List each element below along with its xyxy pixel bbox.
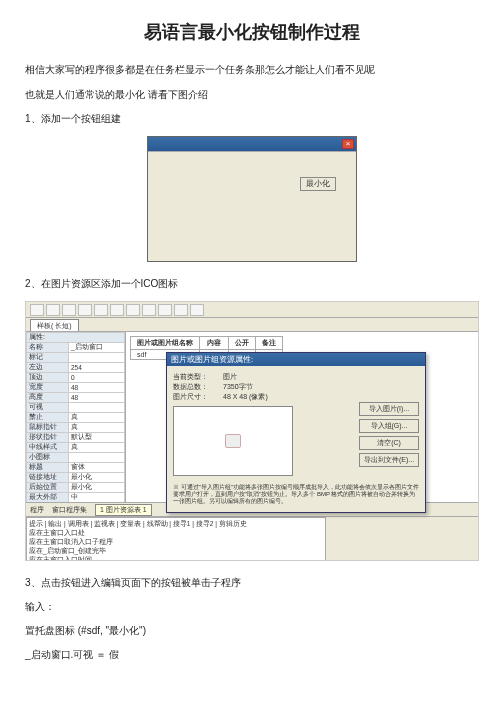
- prop-value[interactable]: 默认型: [69, 433, 125, 443]
- bottom-tab-active[interactable]: 1 图片资源表 1: [95, 504, 152, 516]
- ico-icon: [225, 434, 241, 448]
- prop-value[interactable]: _启动窗口: [69, 343, 125, 353]
- page-title: 易语言最小化按钮制作过程: [25, 20, 479, 44]
- prop-value[interactable]: 真: [69, 423, 125, 433]
- ide-tabs: 样板( 长短): [26, 318, 478, 332]
- prop-name: 最大外部: [27, 493, 69, 503]
- input-label: 输入：: [25, 600, 479, 614]
- toolbar-button[interactable]: [190, 304, 204, 316]
- label-count: 数据总数：: [173, 382, 223, 392]
- toolbar-button[interactable]: [46, 304, 60, 316]
- prop-value[interactable]: [69, 403, 125, 413]
- code-line-2: _启动窗口.可视 ＝ 假: [25, 648, 479, 662]
- output-line: 应在主窗口取消入口子程序: [29, 538, 323, 547]
- dialog-button[interactable]: 导入组(G)...: [359, 419, 419, 433]
- value-size: 48 X 48 (像素): [223, 392, 268, 402]
- step-2: 2、在图片资源区添加一个ICO图标: [25, 277, 479, 291]
- prop-value[interactable]: [69, 353, 125, 363]
- prop-value[interactable]: [69, 453, 125, 463]
- prop-value[interactable]: 最小化: [69, 483, 125, 493]
- ide-canvas: 图片或图片组名称内容公开备注sdf7350 图片或图片组资源属性: 当前类型： …: [126, 332, 478, 502]
- minimize-button[interactable]: 最小化: [300, 177, 336, 191]
- property-grid[interactable]: 属性:名称_启动窗口标记左边254顶边0宽度48高度48可视禁止真鼠标指针真形状…: [26, 332, 126, 502]
- prop-value[interactable]: 中: [69, 493, 125, 503]
- toolbar-button[interactable]: [62, 304, 76, 316]
- image-preview: [173, 406, 293, 476]
- bottom-tab[interactable]: 程序: [30, 505, 44, 515]
- res-col: 图片或图片组名称: [131, 337, 200, 350]
- toolbar-button[interactable]: [158, 304, 172, 316]
- res-col: 内容: [200, 337, 229, 350]
- prop-name: 后始位置: [27, 483, 69, 493]
- prop-value[interactable]: 254: [69, 363, 125, 373]
- output-line: 应在主窗口入口时间: [29, 556, 323, 561]
- output-panel: 提示 | 输出 | 调用表 | 监视表 | 变量表 | 线帮助 | 搜寻1 | …: [26, 517, 326, 561]
- step-1: 1、添加一个按钮组建: [25, 112, 479, 126]
- screenshot-ide: 样板( 长短) 属性:名称_启动窗口标记左边254顶边0宽度48高度48可视禁止…: [25, 301, 479, 561]
- output-header: 提示 | 输出 | 调用表 | 监视表 | 变量表 | 线帮助 | 搜寻1 | …: [29, 520, 323, 529]
- step-3: 3、点击按钮进入编辑页面下的按钮被单击子程序: [25, 576, 479, 590]
- dialog-note: ※ 可通过"导入图片组"功能将多张图片按编号顺序成批导入，此功能将会依次显示各图…: [173, 480, 419, 506]
- dialog-title: 图片或图片组资源属性:: [167, 353, 425, 366]
- prop-header: 属性:: [27, 333, 125, 343]
- prop-name: 顶边: [27, 373, 69, 383]
- prop-name: 标题: [27, 463, 69, 473]
- resource-dialog: 图片或图片组资源属性: 当前类型： 数据总数： 图片尺寸： 图片 7350字节 …: [166, 352, 426, 513]
- toolbar-button[interactable]: [126, 304, 140, 316]
- prop-name: 形状指针: [27, 433, 69, 443]
- prop-value[interactable]: 真: [69, 443, 125, 453]
- value-count: 7350字节: [223, 382, 268, 392]
- ide-toolbar: [26, 302, 478, 318]
- prop-name: 名称: [27, 343, 69, 353]
- prop-name: 鼠标指针: [27, 423, 69, 433]
- toolbar-button[interactable]: [30, 304, 44, 316]
- toolbar-button[interactable]: [94, 304, 108, 316]
- bottom-tab[interactable]: 窗口程序集: [52, 505, 87, 515]
- label-size: 图片尺寸：: [173, 392, 223, 402]
- close-icon[interactable]: ×: [342, 139, 354, 149]
- prop-value[interactable]: 48: [69, 393, 125, 403]
- dialog-button[interactable]: 清空(C): [359, 436, 419, 450]
- intro-1: 相信大家写的程序很多都是在任务栏显示一个任务条那怎么才能让人们看不见呢: [25, 62, 479, 77]
- label-type: 当前类型：: [173, 372, 223, 382]
- value-type: 图片: [223, 372, 268, 382]
- prop-value[interactable]: 最小化: [69, 473, 125, 483]
- res-col: 公开: [228, 337, 255, 350]
- prop-value[interactable]: 0: [69, 373, 125, 383]
- form-design-area: 最小化: [148, 151, 356, 261]
- window-titlebar: ×: [148, 137, 356, 151]
- screenshot-form-window: × 最小化: [147, 136, 357, 262]
- prop-value[interactable]: 真: [69, 413, 125, 423]
- toolbar-button[interactable]: [174, 304, 188, 316]
- prop-name: 左边: [27, 363, 69, 373]
- prop-name: 宽度: [27, 383, 69, 393]
- output-line: 应在_启动窗口_创建完毕: [29, 547, 323, 556]
- dialog-button[interactable]: 导入图片(I)...: [359, 402, 419, 416]
- prop-name: 标记: [27, 353, 69, 363]
- res-col: 备注: [255, 337, 282, 350]
- prop-value[interactable]: 48: [69, 383, 125, 393]
- output-line: 应在主窗口入口处: [29, 529, 323, 538]
- tab-main[interactable]: 样板( 长短): [30, 319, 79, 331]
- prop-name: 小图标: [27, 453, 69, 463]
- toolbar-button[interactable]: [142, 304, 156, 316]
- code-line-1: 置托盘图标 (#sdf, "最小化"): [25, 624, 479, 638]
- toolbar-button[interactable]: [110, 304, 124, 316]
- intro-2: 也就是人们通常说的最小化 请看下图介绍: [25, 87, 479, 102]
- prop-value[interactable]: 窗体: [69, 463, 125, 473]
- prop-name: 禁止: [27, 413, 69, 423]
- toolbar-button[interactable]: [78, 304, 92, 316]
- prop-name: 中线样式: [27, 443, 69, 453]
- prop-name: 链接地址: [27, 473, 69, 483]
- dialog-button[interactable]: 导出到文件(E)...: [359, 453, 419, 467]
- prop-name: 高度: [27, 393, 69, 403]
- prop-name: 可视: [27, 403, 69, 413]
